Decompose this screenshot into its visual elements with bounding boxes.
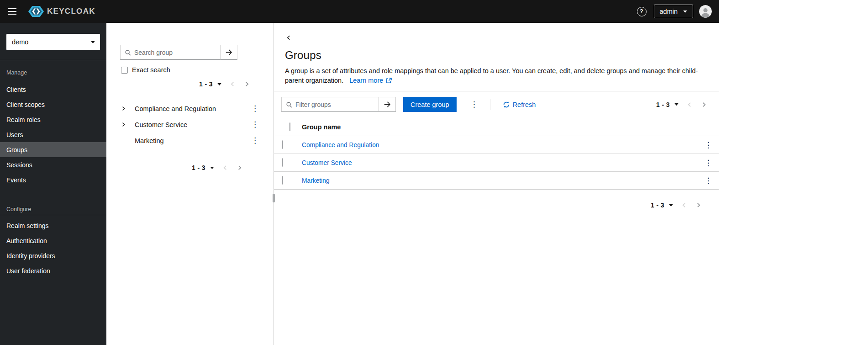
table-row: Compliance and Regulation ⋮ xyxy=(274,136,719,154)
exact-search-option: Exact search xyxy=(121,66,274,74)
group-name-link[interactable]: Customer Service xyxy=(302,159,352,166)
sidebar-item-sessions[interactable]: Sessions xyxy=(0,157,106,172)
screen: KEYCLOAK ? admin demo xyxy=(0,0,868,345)
sidebar-item-groups[interactable]: Groups xyxy=(0,142,106,157)
expand-toggle-button[interactable] xyxy=(121,122,132,127)
tree-group-label[interactable]: Compliance and Regulation xyxy=(132,105,249,112)
table-row: Customer Service ⋮ xyxy=(274,154,719,172)
realm-name: demo xyxy=(12,38,28,46)
row-checkbox[interactable] xyxy=(282,140,283,149)
user-menu-dropdown[interactable]: admin xyxy=(654,5,694,18)
tree-pagination-top: 1 - 3 xyxy=(106,79,254,90)
caret-down-icon xyxy=(669,204,673,207)
row-kebab-menu-button[interactable]: ⋮ xyxy=(703,140,714,150)
group-search-input[interactable] xyxy=(121,49,220,56)
refresh-button[interactable]: Refresh xyxy=(500,99,539,110)
pagination-prev-button[interactable] xyxy=(225,80,240,89)
pagination-range: 1 - 3 xyxy=(651,202,664,209)
sidebar-item-realm-settings[interactable]: Realm settings xyxy=(0,218,106,233)
kebab-menu-button[interactable]: ⋮ xyxy=(249,120,261,129)
filter-submit-button[interactable] xyxy=(379,97,396,112)
angle-left-icon xyxy=(222,165,228,170)
create-group-button[interactable]: Create group xyxy=(403,97,457,112)
tree-pagination-bottom: 1 - 3 xyxy=(106,162,247,173)
angle-left-icon xyxy=(286,35,291,41)
angle-right-icon xyxy=(701,102,707,107)
pagination-prev-button[interactable] xyxy=(218,163,232,172)
question-circle-icon: ? xyxy=(637,7,647,16)
global-nav-toggle[interactable] xyxy=(4,4,21,19)
realm-selector[interactable]: demo xyxy=(6,34,100,50)
sidebar-item-client-scopes[interactable]: Client scopes xyxy=(0,97,106,112)
search-icon xyxy=(286,101,292,108)
chevron-right-icon xyxy=(121,122,126,127)
sidebar-item-identity-providers[interactable]: Identity providers xyxy=(0,248,106,263)
refresh-icon xyxy=(503,101,510,108)
group-name-link[interactable]: Marketing xyxy=(302,177,330,184)
sidebar: demo Manage Clients Client scopes Realm … xyxy=(0,23,106,345)
groups-toolbar: Create group ⋮ Refresh 1 - 3 xyxy=(274,91,719,118)
groups-tree: Compliance and Regulation ⋮ Customer Ser… xyxy=(106,101,274,149)
panel-resize-handle[interactable] xyxy=(274,23,274,345)
chevron-right-icon xyxy=(121,106,126,111)
pagination-prev-button[interactable] xyxy=(677,201,691,210)
hamburger-icon xyxy=(8,8,16,9)
kebab-menu-button[interactable]: ⋮ xyxy=(249,104,261,113)
tree-group-label[interactable]: Customer Service xyxy=(132,121,249,128)
filter-groups-input[interactable] xyxy=(282,101,379,108)
row-checkbox[interactable] xyxy=(282,176,283,185)
group-search-submit-button[interactable] xyxy=(220,45,237,60)
page-body: demo Manage Clients Client scopes Realm … xyxy=(0,23,719,345)
angle-right-icon xyxy=(244,81,250,87)
tree-row: Marketing ⋮ xyxy=(106,133,274,149)
select-all-checkbox[interactable] xyxy=(289,122,290,131)
pagination-menu-toggle[interactable]: 1 - 3 xyxy=(188,162,218,173)
pagination-menu-toggle[interactable]: 1 - 3 xyxy=(652,99,682,110)
tree-row: Compliance and Regulation ⋮ xyxy=(106,101,274,117)
exact-search-label: Exact search xyxy=(132,66,170,74)
pagination-range: 1 - 3 xyxy=(199,80,213,88)
sidebar-item-authentication[interactable]: Authentication xyxy=(0,233,106,248)
sidebar-item-users[interactable]: Users xyxy=(0,127,106,142)
table-pagination-bottom: 1 - 3 xyxy=(274,200,706,211)
pagination-prev-button[interactable] xyxy=(682,100,697,109)
row-kebab-menu-button[interactable]: ⋮ xyxy=(703,158,714,168)
sidebar-item-user-federation[interactable]: User federation xyxy=(0,263,106,278)
sidebar-item-clients[interactable]: Clients xyxy=(0,82,106,97)
avatar[interactable] xyxy=(699,5,712,18)
groups-tree-panel: Exact search 1 - 3 xyxy=(106,23,274,345)
exact-search-checkbox[interactable] xyxy=(121,67,128,74)
expand-toggle-button[interactable] xyxy=(121,106,132,111)
main-content: Groups A group is a set of attributes an… xyxy=(274,23,719,345)
caret-down-icon xyxy=(91,41,95,43)
collapse-tree-button[interactable] xyxy=(283,34,294,42)
external-link-icon xyxy=(386,78,392,84)
kebab-menu-button[interactable]: ⋮ xyxy=(249,136,261,145)
learn-more-link[interactable]: Learn more xyxy=(349,76,392,85)
pagination-next-button[interactable] xyxy=(691,201,706,210)
tree-group-label[interactable]: Marketing xyxy=(132,137,249,144)
pagination-menu-toggle[interactable]: 1 - 3 xyxy=(195,79,225,90)
resize-grip-icon xyxy=(273,194,275,202)
group-name-link[interactable]: Compliance and Regulation xyxy=(302,142,379,149)
pagination-menu-toggle[interactable]: 1 - 3 xyxy=(647,200,677,211)
groups-table: Group name Compliance and Regulation ⋮ C… xyxy=(274,118,719,190)
pagination-next-button[interactable] xyxy=(232,163,247,172)
sidebar-item-events[interactable]: Events xyxy=(0,172,106,187)
search-icon xyxy=(125,49,131,56)
sidebar-item-realm-roles[interactable]: Realm roles xyxy=(0,112,106,127)
row-checkbox[interactable] xyxy=(282,158,283,167)
pagination-next-button[interactable] xyxy=(240,80,254,89)
toolbar-divider xyxy=(490,99,490,110)
user-avatar-icon xyxy=(699,5,712,18)
angle-right-icon xyxy=(696,202,701,208)
row-kebab-menu-button[interactable]: ⋮ xyxy=(703,176,714,186)
help-button[interactable]: ? xyxy=(637,7,647,16)
page-title: Groups xyxy=(285,49,708,62)
brand-text: KEYCLOAK xyxy=(47,7,95,16)
pagination-next-button[interactable] xyxy=(697,100,711,109)
arrow-right-icon xyxy=(384,101,391,107)
keycloak-logo[interactable]: KEYCLOAK xyxy=(28,6,95,17)
toolbar-kebab-menu-button[interactable]: ⋮ xyxy=(468,100,480,109)
table-pagination-top: 1 - 3 xyxy=(652,99,711,110)
